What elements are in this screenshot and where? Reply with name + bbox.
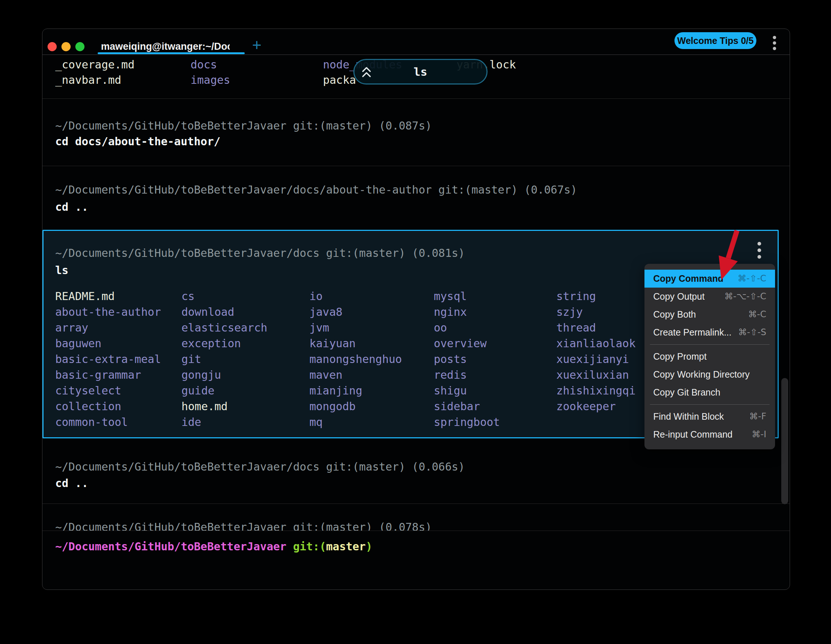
ls-entry[interactable]: io: [309, 289, 323, 304]
context-menu: Copy Command⌘-⇧-CCopy Output⌘-⌥-⇧-CCopy …: [645, 264, 775, 450]
new-tab-button[interactable]: +: [250, 37, 263, 53]
welcome-tips-button[interactable]: Welcome Tips 0/5: [675, 32, 756, 49]
block-divider: [43, 99, 790, 99]
ls-entry[interactable]: sidebar: [434, 399, 480, 414]
block-command: cd docs/about-the-author/: [55, 135, 221, 148]
menu-item-label: Copy Working Directory: [653, 365, 750, 384]
ls-entry[interactable]: elasticsearch: [181, 320, 267, 336]
menu-item-copy-command[interactable]: Copy Command⌘-⇧-C: [645, 270, 775, 288]
menu-item-label: Copy Both: [653, 306, 696, 324]
ls-entry[interactable]: gongju: [181, 367, 221, 383]
ls-entry[interactable]: shigu: [434, 383, 467, 399]
shell-prompt: ~/Documents/GitHub/toBeBetterJavaer git:…: [55, 540, 373, 553]
ls-entry[interactable]: exception: [181, 336, 241, 351]
close-window-button[interactable]: [48, 42, 57, 51]
traffic-lights: [48, 42, 84, 51]
block-header: ~/Documents/GitHub/toBeBetterJavaer git:…: [55, 119, 432, 132]
ls-entry[interactable]: xianliaolaok: [556, 336, 636, 351]
ls-entry[interactable]: ide: [181, 414, 201, 430]
scrollback-entry: _coverage.md: [55, 57, 135, 72]
ls-entry[interactable]: about-the-author: [55, 304, 161, 320]
prompt-git-open: git:(: [287, 540, 326, 553]
ls-entry[interactable]: thread: [556, 320, 596, 336]
block-divider: [43, 504, 790, 504]
ls-entry[interactable]: mysql: [434, 289, 467, 304]
ls-entry[interactable]: nginx: [434, 304, 467, 320]
menu-item-shortcut: ⌘-⇧-C: [738, 270, 766, 288]
window-menu-icon[interactable]: [773, 35, 776, 51]
block-command: cd ..: [55, 201, 88, 214]
menu-item-shortcut: ⌘-C: [748, 306, 766, 324]
terminal-window: maweiqing@itwanger:~/Docum + Welcome Tip…: [42, 29, 790, 590]
ls-entry[interactable]: mianjing: [309, 383, 363, 399]
ls-entry[interactable]: manongshenghuo: [309, 351, 402, 367]
tab-title[interactable]: maweiqing@itwanger:~/Docum: [101, 41, 230, 52]
scrollbar-thumb[interactable]: [781, 378, 788, 504]
sticky-command-pill[interactable]: ls: [353, 59, 487, 84]
zoom-window-button[interactable]: [75, 42, 84, 51]
ls-entry[interactable]: cs: [181, 289, 194, 304]
ls-entry[interactable]: string: [556, 289, 596, 304]
ls-entry[interactable]: java8: [309, 304, 342, 320]
block-command: cd ..: [55, 477, 88, 490]
menu-item-label: Copy Command: [653, 270, 723, 288]
ls-entry[interactable]: basic-extra-meal: [55, 351, 161, 367]
ls-entry[interactable]: array: [55, 320, 88, 336]
ls-entry[interactable]: xuexijianyi: [556, 351, 629, 367]
ls-entry[interactable]: redis: [434, 367, 467, 383]
menu-item-shortcut: ⌘-I: [751, 426, 766, 443]
block-header: ~/Documents/GitHub/toBeBetterJavaer git:…: [55, 521, 604, 531]
scrollback-entry: _navbar.md: [55, 72, 121, 88]
scrollback-entry: docs: [191, 57, 217, 72]
ls-entry[interactable]: maven: [309, 367, 342, 383]
ls-entry[interactable]: jvm: [309, 320, 329, 336]
menu-divider: [650, 404, 770, 405]
menu-item-shortcut: ⌘-F: [750, 408, 766, 426]
menu-item-label: Copy Git Branch: [653, 384, 720, 402]
ls-entry[interactable]: zhishixingqi: [556, 383, 636, 399]
menu-item-shortcut: ⌘-⌥-⇧-C: [724, 288, 766, 306]
scrollback-entry: packa: [323, 72, 356, 88]
sticky-command-label: ls: [414, 66, 427, 78]
menu-item-copy-working-directory[interactable]: Copy Working Directory: [645, 365, 775, 384]
ls-entry[interactable]: guide: [181, 383, 214, 399]
ls-entry[interactable]: git: [181, 351, 201, 367]
ls-entry[interactable]: mq: [309, 414, 323, 430]
prompt-git-close: ): [366, 540, 373, 553]
menu-item-label: Create Permalink...: [653, 324, 732, 341]
ls-entry[interactable]: kaiyuan: [309, 336, 355, 351]
ls-entry[interactable]: springboot: [434, 414, 500, 430]
prompt-path: ~/Documents/GitHub/toBeBetterJavaer: [55, 540, 287, 553]
ls-entry[interactable]: home.md: [181, 399, 228, 414]
menu-item-copy-prompt[interactable]: Copy Prompt: [645, 348, 775, 365]
menu-item-find-within-block[interactable]: Find Within Block⌘-F: [645, 408, 775, 426]
menu-item-label: Find Within Block: [653, 408, 724, 426]
menu-item-create-permalink[interactable]: Create Permalink...⌘-⇧-S: [645, 324, 775, 341]
ls-entry[interactable]: overview: [434, 336, 487, 351]
ls-entry[interactable]: common-tool: [55, 414, 128, 430]
block-header: ~/Documents/GitHub/toBeBetterJavaer/docs…: [55, 460, 465, 473]
desktop-background: maweiqing@itwanger:~/Docum + Welcome Tip…: [0, 0, 831, 644]
ls-entry[interactable]: zookeeper: [556, 399, 616, 414]
minimize-window-button[interactable]: [61, 42, 71, 51]
ls-entry[interactable]: szjy: [556, 304, 583, 320]
ls-entry[interactable]: README.md: [55, 289, 115, 304]
menu-item-copy-git-branch[interactable]: Copy Git Branch: [645, 384, 775, 402]
menu-item-copy-output[interactable]: Copy Output⌘-⌥-⇧-C: [645, 288, 775, 306]
menu-item-label: Copy Output: [653, 288, 704, 306]
ls-entry[interactable]: posts: [434, 351, 467, 367]
ls-entry[interactable]: basic-grammar: [55, 367, 141, 383]
ls-entry[interactable]: xuexiluxian: [556, 367, 629, 383]
menu-item-shortcut: ⌘-⇧-S: [738, 324, 766, 341]
ls-entry[interactable]: baguwen: [55, 336, 101, 351]
menu-item-copy-both[interactable]: Copy Both⌘-C: [645, 306, 775, 324]
ls-entry[interactable]: mongodb: [309, 399, 355, 414]
ls-entry[interactable]: collection: [55, 399, 121, 414]
menu-item-re-input-command[interactable]: Re-input Command⌘-I: [645, 426, 775, 443]
active-tab-indicator: [98, 52, 245, 54]
block-header: ~/Documents/GitHub/toBeBetterJavaer/docs…: [55, 183, 577, 196]
ls-entry[interactable]: cityselect: [55, 383, 121, 399]
scrollback-entry: images: [191, 72, 230, 88]
ls-entry[interactable]: download: [181, 304, 234, 320]
ls-entry[interactable]: oo: [434, 320, 447, 336]
